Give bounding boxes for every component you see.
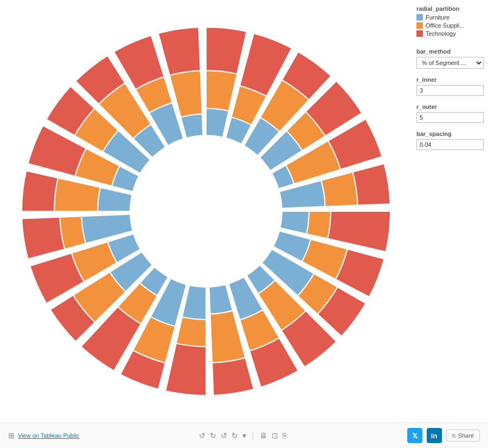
share-icon: ⎋ bbox=[452, 432, 456, 439]
redo-icon[interactable]: ↻ bbox=[210, 431, 216, 440]
chart-area bbox=[0, 0, 412, 423]
legend-item-technology: Technology bbox=[416, 30, 484, 37]
bar-spacing-label: bar_spacing bbox=[416, 131, 484, 137]
legend-item-furniture: Furniture bbox=[416, 14, 484, 21]
office-supplies-color-swatch bbox=[416, 22, 423, 29]
r-outer-control: r_outer bbox=[416, 103, 484, 123]
sidebar: radial_partition Furniture Office Suppli… bbox=[412, 0, 488, 423]
back-icon[interactable]: ↺ bbox=[221, 431, 227, 440]
monitor-icon[interactable]: 🖥 bbox=[260, 431, 267, 440]
footer-left: ⊞ View on Tableau Public bbox=[8, 431, 79, 440]
footer-center: ↺ ↻ ↺ ↻ ▾ 🖥 ⊡ ⎘ bbox=[199, 431, 287, 440]
linkedin-button[interactable]: in bbox=[427, 428, 442, 443]
furniture-label: Furniture bbox=[426, 14, 450, 21]
r-inner-control: r_inner bbox=[416, 76, 484, 96]
radial-chart bbox=[0, 0, 412, 423]
r-outer-label: r_outer bbox=[416, 103, 484, 110]
technology-label: Technology bbox=[426, 30, 456, 37]
office-supplies-label: Office Suppli... bbox=[426, 22, 464, 29]
bar-spacing-control: bar_spacing bbox=[416, 131, 484, 150]
share-label: Share bbox=[458, 432, 474, 439]
bar-method-select[interactable]: % of Segment ... Count Sum bbox=[416, 57, 484, 69]
tableau-link[interactable]: View on Tableau Public bbox=[18, 432, 79, 439]
main-container: radial_partition Furniture Office Suppli… bbox=[0, 0, 488, 423]
forward-icon[interactable]: ↻ bbox=[232, 431, 238, 440]
bar-method-label: bar_method bbox=[416, 48, 484, 55]
bar-method-control: bar_method % of Segment ... Count Sum bbox=[416, 48, 484, 69]
share-nodes-icon[interactable]: ⎘ bbox=[282, 431, 287, 440]
legend-section: radial_partition Furniture Office Suppli… bbox=[416, 5, 484, 38]
bar-spacing-input[interactable] bbox=[416, 139, 484, 150]
legend-title: radial_partition bbox=[416, 5, 484, 12]
resize-icon[interactable]: ⊡ bbox=[272, 431, 278, 440]
legend-item-office-supplies: Office Suppli... bbox=[416, 22, 484, 29]
undo-icon[interactable]: ↺ bbox=[199, 431, 206, 440]
twitter-button[interactable]: 𝕏 bbox=[407, 428, 422, 443]
footer-divider bbox=[253, 431, 253, 440]
footer: ⊞ View on Tableau Public ↺ ↻ ↺ ↻ ▾ 🖥 ⊡ ⎘… bbox=[0, 423, 488, 448]
r-outer-input[interactable] bbox=[416, 112, 484, 123]
r-inner-label: r_inner bbox=[416, 76, 484, 83]
furniture-color-swatch bbox=[416, 14, 423, 21]
r-inner-input[interactable] bbox=[416, 85, 484, 96]
dropdown-icon[interactable]: ▾ bbox=[242, 431, 246, 440]
technology-color-swatch bbox=[416, 30, 423, 37]
footer-right: 𝕏 in ⎋ Share bbox=[407, 428, 480, 443]
tableau-icon: ⊞ bbox=[8, 431, 15, 440]
share-button[interactable]: ⎋ Share bbox=[446, 430, 480, 441]
